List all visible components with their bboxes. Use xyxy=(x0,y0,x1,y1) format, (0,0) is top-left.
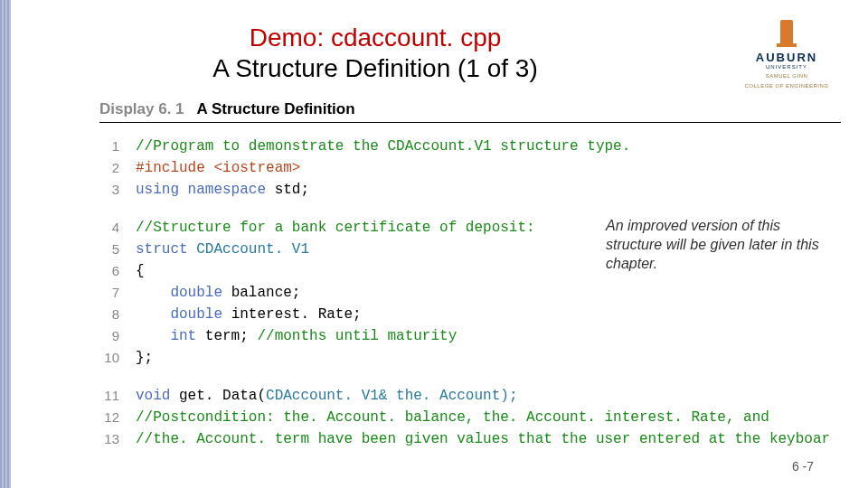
left-decor-bar xyxy=(0,0,11,488)
code-row: 9 int term; //months until maturity xyxy=(99,325,841,347)
logo: AUBURN UNIVERSITY SAMUEL GINN COLLEGE OF… xyxy=(732,20,841,89)
line-number: 6 xyxy=(99,260,136,282)
slide: Demo: cdaccount. cpp A Structure Definit… xyxy=(0,0,868,488)
line-number: 5 xyxy=(99,239,136,260)
code-text: #include <iostream> xyxy=(136,157,300,179)
display-title: A Structure Definition xyxy=(197,100,355,118)
logo-tower-icon xyxy=(780,20,793,45)
display-label: Display 6. 1 xyxy=(99,100,184,118)
line-number: 12 xyxy=(99,407,136,428)
code-text: //the. Account. term have been given val… xyxy=(136,428,830,450)
code-row: 12//Postcondition: the. Account. balance… xyxy=(99,407,841,428)
code-text: //Program to demonstrate the CDAccount.V… xyxy=(136,136,630,157)
code-text: void get. Data(CDAccount. V1& the. Accou… xyxy=(136,385,517,407)
line-number: 2 xyxy=(99,157,136,179)
line-number: 13 xyxy=(99,428,136,450)
display-heading: Display 6. 1 A Structure Definition xyxy=(99,100,841,118)
title-line-1: Demo: cdaccount. cpp xyxy=(18,23,732,52)
code-text: int term; //months until maturity xyxy=(136,325,457,347)
divider xyxy=(99,122,841,123)
logo-eng1: SAMUEL GINN xyxy=(732,73,841,80)
line-number: 9 xyxy=(99,325,136,347)
code-row: 1//Program to demonstrate the CDAccount.… xyxy=(99,136,841,157)
code-row: 13//the. Account. term have been given v… xyxy=(99,428,841,450)
logo-subtext: UNIVERSITY xyxy=(732,64,841,70)
line-number: 4 xyxy=(99,217,136,239)
code-row: 10}; xyxy=(99,347,841,369)
code-text: double balance; xyxy=(136,282,300,304)
line-number: 8 xyxy=(99,304,136,325)
code-row: 7 double balance; xyxy=(99,282,841,304)
title-line-2: A Structure Definition (1 of 3) xyxy=(18,54,732,83)
code-listing: 1//Program to demonstrate the CDAccount.… xyxy=(99,136,841,450)
line-number: 3 xyxy=(99,179,136,201)
code-row: 11void get. Data(CDAccount. V1& the. Acc… xyxy=(99,385,841,407)
code-row: 2#include <iostream> xyxy=(99,157,841,179)
line-number: 11 xyxy=(99,385,136,407)
code-text: //Structure for a bank certificate of de… xyxy=(136,217,535,239)
logo-text: AUBURN xyxy=(732,51,841,64)
code-text: using namespace std; xyxy=(136,179,309,201)
page-number: 6 -7 xyxy=(792,459,814,474)
line-number: 1 xyxy=(99,136,136,157)
code-text: { xyxy=(136,260,145,282)
code-text: double interest. Rate; xyxy=(136,304,362,325)
header: Demo: cdaccount. cpp A Structure Definit… xyxy=(18,20,841,89)
line-number: 10 xyxy=(99,347,136,369)
code-text: //Postcondition: the. Account. balance, … xyxy=(136,407,769,428)
callout-note: An improved version of this structure wi… xyxy=(606,217,832,273)
code-text: }; xyxy=(136,347,153,369)
logo-eng2: COLLEGE OF ENGINEERING xyxy=(732,83,841,89)
title-block: Demo: cdaccount. cpp A Structure Definit… xyxy=(18,20,732,83)
code-text: struct CDAccount. V1 xyxy=(136,239,309,260)
code-row: 3using namespace std; xyxy=(99,179,841,201)
line-number: 7 xyxy=(99,282,136,304)
code-row: 8 double interest. Rate; xyxy=(99,304,841,325)
